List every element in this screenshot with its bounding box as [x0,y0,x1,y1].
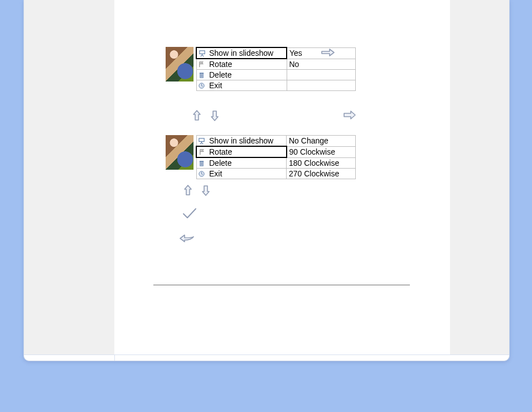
menu-item-label: Rotate [207,59,287,70]
menu-item-label: Delete [207,70,287,80]
menu-item-value: No Change [287,136,356,147]
svg-rect-5 [200,73,204,73]
desktop-background: Show in slideshow Yes Rotate No [0,0,532,412]
arrow-down-icon[interactable] [209,109,220,123]
nav-arrows-updown-1 [191,109,220,123]
menu-block-2: Show in slideshow No Change Rotate 90 Cl… [166,135,356,179]
photo-thumbnail [166,47,194,82]
document-content: Show in slideshow Yes Rotate No [114,0,450,355]
arrow-up-icon[interactable] [191,109,202,123]
flag-icon [199,148,206,155]
trash-icon [198,71,205,78]
section-divider [153,285,410,285]
presentation-icon [199,49,206,56]
menu-block-1: Show in slideshow Yes Rotate No [166,47,356,91]
context-menu-2: Show in slideshow No Change Rotate 90 Cl… [196,135,356,179]
trash-icon [198,159,205,166]
right-sidebar [449,0,509,355]
clock-icon [198,170,205,177]
menu-item-value: 180 Clockwise [287,157,356,169]
link-arrow-icon [321,48,335,59]
arrow-up-icon[interactable] [182,184,194,198]
footer-separator [114,355,115,361]
svg-rect-15 [200,162,204,166]
menu-item-value: No [287,59,356,70]
menu-item-label: Delete [207,157,287,169]
menu-row[interactable]: Exit 270 Clockwise [196,169,355,179]
menu-row[interactable]: Delete [196,70,356,80]
left-sidebar [24,0,115,355]
svg-line-13 [200,142,202,144]
menu-item-value: 270 Clockwise [287,169,356,179]
flag-icon [198,60,205,68]
svg-line-2 [200,55,202,56]
nav-arrow-right [343,109,356,122]
arrow-right-icon[interactable] [343,109,356,122]
svg-rect-4 [200,74,204,78]
menu-row[interactable]: Delete 180 Clockwise [196,157,355,169]
menu-item-label: Show in slideshow [207,136,287,147]
menu-item-label: Show in slideshow [207,47,287,59]
menu-item-value [287,70,356,80]
menu-row[interactable]: Rotate No [196,59,356,70]
menu-row[interactable]: Exit [196,80,356,91]
menu-row[interactable]: Rotate 90 Clockwise [196,146,355,157]
photo-thumbnail [166,135,194,170]
menu-item-value [287,80,356,91]
clock-icon [198,82,205,89]
svg-rect-16 [200,161,204,161]
menu-item-label: Exit [207,169,287,179]
app-window: Show in slideshow Yes Rotate No [23,0,510,361]
menu-item-label: Rotate [207,146,287,157]
presentation-icon [198,137,205,144]
menu-item-value: Yes [289,49,302,58]
svg-rect-11 [199,138,204,142]
arrow-down-icon[interactable] [200,184,211,198]
nav-arrows-updown-2 [182,184,211,198]
window-footer [24,354,509,361]
check-icon[interactable] [181,207,198,222]
svg-line-3 [202,55,204,56]
menu-item-value: 90 Clockwise [287,146,356,157]
svg-line-14 [202,142,204,144]
back-arrow-icon[interactable] [179,233,197,246]
menu-item-label: Exit [207,80,287,91]
svg-rect-0 [199,51,204,54]
menu-row[interactable]: Show in slideshow No Change [196,136,355,147]
